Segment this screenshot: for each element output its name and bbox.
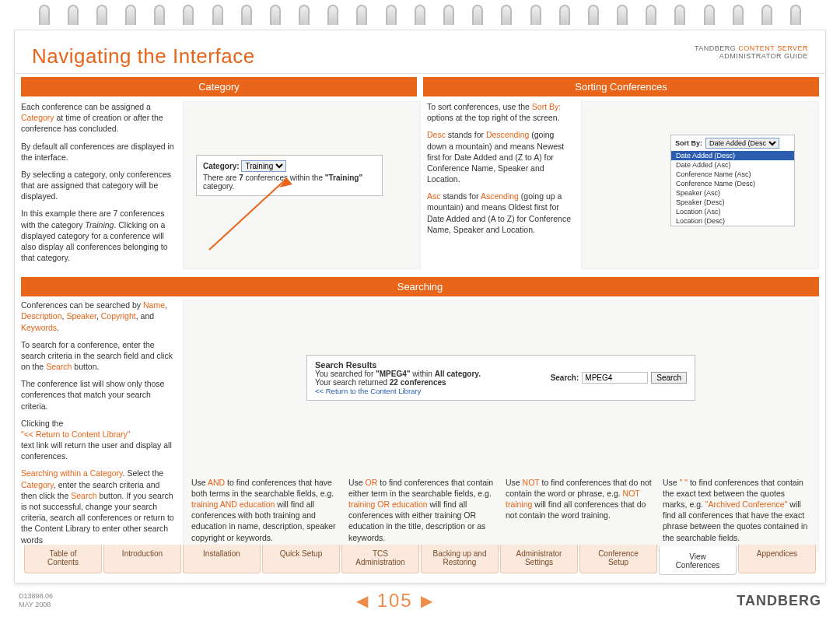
nav-tab[interactable]: Table ofContents	[24, 545, 102, 573]
doc-id: D13898.06	[19, 592, 53, 601]
search-results-title: Search Results	[315, 360, 481, 370]
searching-heading: Searching	[21, 277, 819, 296]
nav-tab[interactable]: ViewConferences	[659, 546, 737, 575]
sorting-illustration: Sort By: Date Added (Desc) Date Added (D…	[581, 101, 819, 269]
category-label: Category:	[203, 162, 240, 170]
hint-or: Use OR to find conferences that contain …	[348, 477, 496, 543]
return-link[interactable]: << Return to the Content Library	[315, 387, 481, 395]
brand-subtitle: ADMINISTRATOR GUIDE	[695, 52, 808, 60]
top-section-bars: Category Sorting Conferences	[15, 74, 825, 96]
top-sections: Each conference can be assigned a Catego…	[15, 96, 825, 269]
sort-by-select[interactable]: Date Added (Desc)	[705, 138, 779, 149]
brand-text: TANDBERG	[695, 44, 738, 52]
page-title: Navigating the Interface	[32, 44, 255, 68]
sort-option[interactable]: Location (Desc)	[671, 216, 794, 226]
sorting-heading: Sorting Conferences	[423, 77, 819, 96]
category-select[interactable]: Training	[241, 160, 286, 172]
sort-option[interactable]: Date Added (Asc)	[671, 160, 794, 170]
sort-option[interactable]: Speaker (Desc)	[671, 198, 794, 207]
pager: ◀ 105 ▶	[356, 590, 434, 612]
sort-option[interactable]: Speaker (Asc)	[671, 188, 794, 198]
spiral-binding	[14, 0, 826, 30]
sort-option[interactable]: Conference Name (Desc)	[671, 179, 794, 188]
svg-line-0	[209, 178, 287, 250]
nav-tabs: Table ofContentsIntroductionInstallation…	[24, 545, 816, 573]
hint-quotes: Use " " to find conferences that contain…	[663, 477, 810, 543]
nav-tab[interactable]: Quick Setup	[262, 545, 340, 573]
hint-and: Use AND to find conferences that have bo…	[191, 477, 339, 543]
doc-meta: D13898.06 MAY 2008	[19, 592, 53, 609]
category-illustration: Category: Training There are 7 conferenc…	[183, 101, 421, 269]
nav-tab[interactable]: Installation	[183, 545, 261, 573]
tandberg-logo: TANDBERG	[737, 593, 821, 609]
header: Navigating the Interface TANDBERG CONTEN…	[15, 30, 825, 74]
brand-block: TANDBERG CONTENT SERVER ADMINISTRATOR GU…	[695, 44, 808, 60]
document-sheet: Navigating the Interface TANDBERG CONTEN…	[14, 30, 826, 584]
brand-content-server: CONTENT SERVER	[738, 44, 808, 52]
sort-options-list[interactable]: Date Added (Desc) Date Added (Asc) Confe…	[671, 151, 794, 226]
category-heading: Category	[21, 77, 417, 96]
nav-tab[interactable]: Backing up andRestoring	[421, 545, 499, 573]
operator-hints: Use AND to find conferences that have bo…	[191, 477, 810, 543]
nav-tab[interactable]: Introduction	[103, 545, 181, 573]
sort-by-label: Sort By:	[675, 139, 702, 147]
hint-not: Use NOT to find conferences that do not …	[506, 477, 653, 543]
sort-by-box: Sort By: Date Added (Desc) Date Added (D…	[670, 135, 795, 226]
sort-option[interactable]: Conference Name (Asc)	[671, 170, 794, 179]
footer: D13898.06 MAY 2008 ◀ 105 ▶ TANDBERG	[14, 584, 826, 612]
searching-text: Conferences can be searched by Name, Des…	[21, 300, 177, 551]
nav-tab[interactable]: AdministratorSettings	[500, 545, 578, 573]
prev-page-icon[interactable]: ◀	[356, 591, 369, 610]
search-button[interactable]: Search	[651, 372, 687, 384]
page-number: 105	[377, 590, 413, 612]
nav-tab[interactable]: ConferenceSetup	[579, 545, 657, 573]
search-input[interactable]	[582, 372, 648, 384]
next-page-icon[interactable]: ▶	[421, 591, 434, 610]
searching-illustration: Search Results You searched for "MPEG4" …	[183, 300, 819, 551]
nav-tab[interactable]: TCSAdministration	[341, 545, 419, 573]
doc-date: MAY 2008	[19, 601, 53, 609]
category-text: Each conference can be assigned a Catego…	[21, 101, 177, 269]
search-label: Search:	[551, 373, 579, 382]
search-results-box: Search Results You searched for "MPEG4" …	[306, 355, 695, 401]
arrow-icon	[205, 172, 314, 258]
searching-bar: Searching	[15, 274, 825, 296]
searching-section: Conferences can be searched by Name, Des…	[15, 296, 825, 551]
sorting-text: To sort conferences, use the Sort By: op…	[427, 101, 575, 269]
sort-option[interactable]: Location (Asc)	[671, 207, 794, 216]
nav-tab[interactable]: Appendices	[738, 545, 816, 573]
page: Navigating the Interface TANDBERG CONTEN…	[0, 0, 840, 631]
sort-option[interactable]: Date Added (Desc)	[671, 151, 794, 160]
